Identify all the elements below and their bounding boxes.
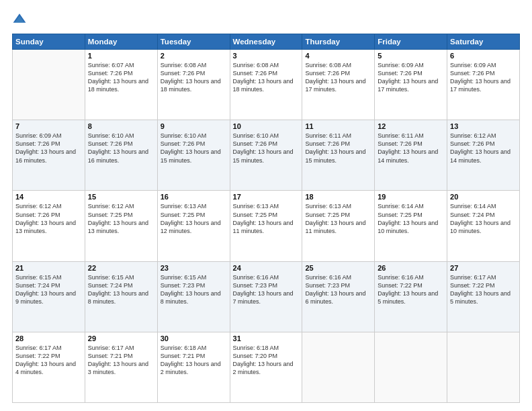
calendar-day-cell: 25Sunrise: 6:16 AMSunset: 7:23 PMDayligh… <box>302 261 375 332</box>
calendar-day-cell <box>375 332 447 402</box>
day-number: 19 <box>378 193 444 201</box>
sunrise-text: Sunrise: 6:10 AM <box>233 132 300 140</box>
daylight-line2: 18 minutes. <box>161 85 227 93</box>
sunset-text: Sunset: 7:21 PM <box>88 352 154 360</box>
day-info: Sunrise: 6:16 AMSunset: 7:23 PMDaylight:… <box>233 273 300 306</box>
sunset-text: Sunset: 7:22 PM <box>15 352 82 360</box>
daylight-line1: Daylight: 13 hours and <box>305 148 371 156</box>
daylight-line1: Daylight: 13 hours and <box>450 148 517 156</box>
day-info: Sunrise: 6:09 AMSunset: 7:26 PMDaylight:… <box>378 61 444 94</box>
daylight-line2: 15 minutes. <box>233 156 300 165</box>
calendar-day-cell: 3Sunrise: 6:08 AMSunset: 7:26 PMDaylight… <box>230 50 302 120</box>
sunset-text: Sunset: 7:25 PM <box>88 211 154 219</box>
daylight-line1: Daylight: 13 hours and <box>450 77 517 85</box>
day-info: Sunrise: 6:18 AMSunset: 7:21 PMDaylight:… <box>161 344 227 377</box>
day-info: Sunrise: 6:14 AMSunset: 7:24 PMDaylight:… <box>450 202 517 235</box>
calendar-day-cell: 28Sunrise: 6:17 AMSunset: 7:22 PMDayligh… <box>13 332 85 402</box>
daylight-line1: Daylight: 13 hours and <box>88 148 154 156</box>
sunrise-text: Sunrise: 6:18 AM <box>233 344 300 352</box>
calendar-day-cell: 2Sunrise: 6:08 AMSunset: 7:26 PMDaylight… <box>157 50 230 120</box>
daylight-line1: Daylight: 13 hours and <box>233 360 300 368</box>
sunrise-text: Sunrise: 6:12 AM <box>88 202 154 210</box>
day-info: Sunrise: 6:08 AMSunset: 7:26 PMDaylight:… <box>233 61 300 94</box>
sunrise-text: Sunrise: 6:12 AM <box>450 132 517 140</box>
weekday-header: Tuesday <box>157 34 230 50</box>
weekday-header-row: SundayMondayTuesdayWednesdayThursdayFrid… <box>13 34 520 50</box>
sunrise-text: Sunrise: 6:17 AM <box>88 344 154 352</box>
day-info: Sunrise: 6:15 AMSunset: 7:23 PMDaylight:… <box>161 273 227 306</box>
calendar-table: SundayMondayTuesdayWednesdayThursdayFrid… <box>12 34 520 403</box>
header <box>12 12 520 27</box>
sunset-text: Sunset: 7:25 PM <box>161 211 227 219</box>
daylight-line1: Daylight: 13 hours and <box>88 77 154 85</box>
sunset-text: Sunset: 7:26 PM <box>15 211 82 219</box>
sunrise-text: Sunrise: 6:08 AM <box>305 61 371 69</box>
day-number: 7 <box>15 122 82 130</box>
daylight-line1: Daylight: 13 hours and <box>378 219 444 227</box>
daylight-line1: Daylight: 13 hours and <box>305 77 371 85</box>
daylight-line2: 9 minutes. <box>15 298 82 306</box>
day-info: Sunrise: 6:10 AMSunset: 7:26 PMDaylight:… <box>233 132 300 165</box>
sunrise-text: Sunrise: 6:10 AM <box>161 132 227 140</box>
calendar-day-cell: 26Sunrise: 6:16 AMSunset: 7:22 PMDayligh… <box>375 261 447 332</box>
sunset-text: Sunset: 7:26 PM <box>88 69 154 77</box>
day-info: Sunrise: 6:17 AMSunset: 7:21 PMDaylight:… <box>88 344 154 377</box>
sunset-text: Sunset: 7:26 PM <box>305 69 371 77</box>
day-info: Sunrise: 6:09 AMSunset: 7:26 PMDaylight:… <box>15 132 82 165</box>
day-info: Sunrise: 6:09 AMSunset: 7:26 PMDaylight:… <box>450 61 517 94</box>
calendar-week-row: 28Sunrise: 6:17 AMSunset: 7:22 PMDayligh… <box>13 332 520 402</box>
sunset-text: Sunset: 7:26 PM <box>15 140 82 148</box>
sunrise-text: Sunrise: 6:08 AM <box>161 61 227 69</box>
sunset-text: Sunset: 7:23 PM <box>233 281 300 289</box>
daylight-line2: 16 minutes. <box>15 156 82 165</box>
sunrise-text: Sunrise: 6:11 AM <box>378 132 444 140</box>
daylight-line1: Daylight: 13 hours and <box>15 360 82 368</box>
sunrise-text: Sunrise: 6:08 AM <box>233 61 300 69</box>
day-number: 6 <box>450 52 517 60</box>
sunset-text: Sunset: 7:26 PM <box>233 140 300 148</box>
daylight-line1: Daylight: 13 hours and <box>233 289 300 298</box>
day-info: Sunrise: 6:07 AMSunset: 7:26 PMDaylight:… <box>88 61 154 94</box>
sunrise-text: Sunrise: 6:17 AM <box>450 273 517 281</box>
day-number: 1 <box>88 52 154 60</box>
day-number: 5 <box>378 52 444 60</box>
sunset-text: Sunset: 7:26 PM <box>233 69 300 77</box>
daylight-line1: Daylight: 13 hours and <box>378 148 444 156</box>
sunset-text: Sunset: 7:25 PM <box>233 211 300 219</box>
weekday-header: Thursday <box>302 34 375 50</box>
day-info: Sunrise: 6:13 AMSunset: 7:25 PMDaylight:… <box>233 202 300 235</box>
logo <box>12 12 30 27</box>
calendar-day-cell: 19Sunrise: 6:14 AMSunset: 7:25 PMDayligh… <box>375 191 447 261</box>
sunset-text: Sunset: 7:20 PM <box>233 352 300 360</box>
day-info: Sunrise: 6:16 AMSunset: 7:23 PMDaylight:… <box>305 273 371 306</box>
sunrise-text: Sunrise: 6:18 AM <box>161 344 227 352</box>
day-info: Sunrise: 6:10 AMSunset: 7:26 PMDaylight:… <box>88 132 154 165</box>
day-number: 20 <box>450 193 517 201</box>
daylight-line1: Daylight: 13 hours and <box>233 219 300 227</box>
daylight-line1: Daylight: 13 hours and <box>305 219 371 227</box>
calendar-day-cell: 31Sunrise: 6:18 AMSunset: 7:20 PMDayligh… <box>230 332 302 402</box>
day-number: 10 <box>233 122 300 130</box>
daylight-line2: 17 minutes. <box>450 85 517 93</box>
daylight-line1: Daylight: 13 hours and <box>233 77 300 85</box>
sunset-text: Sunset: 7:24 PM <box>15 281 82 289</box>
daylight-line2: 11 minutes. <box>305 227 371 235</box>
day-number: 9 <box>161 122 227 130</box>
sunset-text: Sunset: 7:25 PM <box>378 211 444 219</box>
day-number: 8 <box>88 122 154 130</box>
calendar-day-cell: 14Sunrise: 6:12 AMSunset: 7:26 PMDayligh… <box>13 191 85 261</box>
day-info: Sunrise: 6:12 AMSunset: 7:26 PMDaylight:… <box>450 132 517 165</box>
sunrise-text: Sunrise: 6:12 AM <box>15 202 82 210</box>
daylight-line2: 17 minutes. <box>378 85 444 93</box>
daylight-line1: Daylight: 13 hours and <box>450 289 517 298</box>
daylight-line1: Daylight: 13 hours and <box>161 360 227 368</box>
calendar-day-cell: 17Sunrise: 6:13 AMSunset: 7:25 PMDayligh… <box>230 191 302 261</box>
daylight-line1: Daylight: 13 hours and <box>450 219 517 227</box>
day-number: 22 <box>88 264 154 272</box>
day-number: 27 <box>450 264 517 272</box>
sunset-text: Sunset: 7:23 PM <box>305 281 371 289</box>
day-info: Sunrise: 6:14 AMSunset: 7:25 PMDaylight:… <box>378 202 444 235</box>
day-number: 29 <box>88 334 154 342</box>
day-number: 2 <box>161 52 227 60</box>
sunrise-text: Sunrise: 6:16 AM <box>378 273 444 281</box>
